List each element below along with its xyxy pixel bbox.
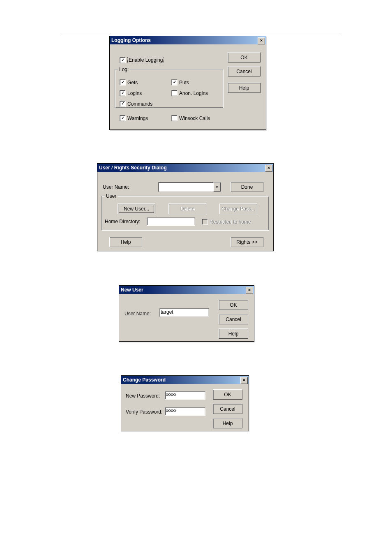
log-group-legend: Log: — [118, 67, 130, 72]
ok-button[interactable]: OK — [213, 389, 242, 400]
winsock-checkbox[interactable]: Winsock Calls — [171, 115, 210, 121]
done-button[interactable]: Done — [231, 182, 263, 192]
verify-password-input[interactable]: xxxxxx — [165, 407, 205, 416]
new-password-input[interactable]: xxxxxx — [165, 391, 205, 400]
help-button[interactable]: Help — [228, 83, 261, 93]
ok-button[interactable]: OK — [219, 300, 248, 310]
logins-checkbox[interactable]: ✓Logins — [120, 90, 142, 96]
new-user-dialog: New User × User Name: target OK Cancel H… — [119, 285, 254, 342]
title-text: User / Rights Security Dialog — [99, 165, 167, 171]
change-password-dialog: Change Password × New Password: xxxxxx V… — [121, 375, 249, 431]
ok-button[interactable]: OK — [228, 52, 261, 62]
titlebar: User / Rights Security Dialog × — [97, 164, 273, 172]
chevron-down-icon[interactable]: ▼ — [213, 183, 221, 192]
help-button[interactable]: Help — [213, 418, 242, 428]
winsock-label: Winsock Calls — [179, 116, 210, 121]
user-rights-dialog: User / Rights Security Dialog × User Nam… — [97, 163, 274, 251]
close-icon[interactable]: × — [246, 287, 253, 294]
username-input[interactable]: target — [159, 308, 209, 317]
titlebar: Logging Options × — [110, 36, 266, 44]
new-password-label: New Password: — [126, 393, 160, 399]
puts-label: Puts — [179, 80, 189, 86]
warnings-label: Warnings — [127, 116, 148, 121]
title-text: New User — [121, 287, 143, 293]
restricted-label: Restricted to home — [210, 219, 251, 225]
warnings-checkbox[interactable]: ✓Warnings — [120, 115, 148, 121]
cancel-button[interactable]: Cancel — [219, 314, 248, 324]
logins-label: Logins — [127, 90, 142, 96]
cancel-button[interactable]: Cancel — [213, 404, 242, 414]
delete-button: Delete — [168, 204, 206, 214]
help-button[interactable]: Help — [109, 237, 142, 247]
rights-button[interactable]: Rights >> — [231, 237, 263, 247]
titlebar: New User × — [119, 286, 254, 294]
user-group-legend: User — [105, 193, 118, 199]
title-text: Logging Options — [111, 37, 151, 43]
enable-logging-label: Enable Logging — [127, 57, 164, 63]
new-user-button[interactable]: New User... — [118, 204, 155, 214]
home-dir-label: Home Directory: — [105, 219, 141, 224]
logging-options-dialog: Logging Options × ✓ Enable Logging Log: … — [109, 36, 266, 130]
close-icon[interactable]: × — [240, 377, 248, 384]
puts-checkbox[interactable]: ✓Puts — [171, 79, 189, 86]
restricted-checkbox: Restricted to home — [202, 219, 251, 225]
commands-checkbox[interactable]: ✓Commands — [120, 101, 152, 107]
username-dropdown[interactable]: ▼ — [158, 182, 221, 192]
gets-label: Gets — [127, 80, 138, 86]
commands-label: Commands — [127, 101, 152, 107]
gets-checkbox[interactable]: ✓Gets — [120, 79, 138, 86]
change-pass-button: Change Pass... — [219, 204, 257, 214]
page-divider — [62, 33, 341, 33]
enable-logging-checkbox[interactable]: ✓ Enable Logging — [120, 57, 164, 63]
verify-password-label: Verify Password: — [126, 409, 162, 415]
close-icon[interactable]: × — [258, 37, 265, 44]
home-dir-input[interactable] — [147, 217, 195, 226]
anon-logins-label: Anon. Logins — [179, 90, 208, 96]
cancel-button[interactable]: Cancel — [228, 66, 261, 76]
anon-logins-checkbox[interactable]: Anon. Logins — [171, 90, 208, 96]
help-button[interactable]: Help — [219, 328, 248, 339]
titlebar: Change Password × — [121, 376, 249, 384]
title-text: Change Password — [123, 377, 166, 383]
username-label: User Name: — [103, 184, 129, 190]
close-icon[interactable]: × — [265, 165, 272, 172]
username-label: User Name: — [125, 311, 151, 317]
